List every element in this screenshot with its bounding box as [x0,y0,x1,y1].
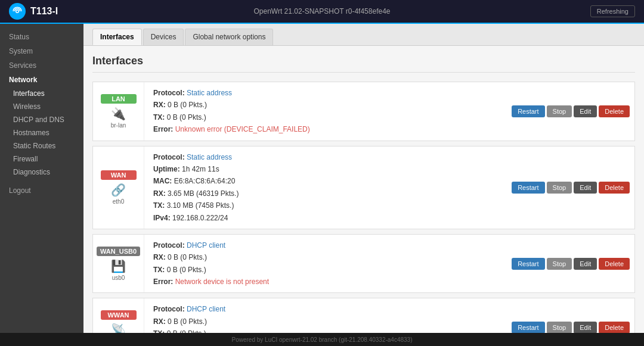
stop-button-lan[interactable]: Stop [547,105,572,117]
tab-bar: Interfaces Devices Global network option… [83,24,644,46]
interface-info-wan: Protocol: Static addressUptime: 1h 42m 1… [144,146,507,229]
firmware-version: OpenWrt 21.02-SNAPSHOT r0-4f458efe4e [253,7,390,15]
restart-button-wan_usb0[interactable]: Restart [512,258,544,270]
sidebar-item-network[interactable]: Network [0,73,83,87]
interface-badge-wan: WAN 🔗 eth0 [93,146,144,229]
sidebar-item-status[interactable]: Status [0,30,83,44]
interface-info-wwan: Protocol: DHCP clientRX: 0 B (0 Pkts.)TX… [144,298,507,333]
device-name-wan: eth0 [113,198,124,205]
edit-button-wan_usb0[interactable]: Edit [574,258,597,270]
stop-button-wan_usb0[interactable]: Stop [547,258,572,270]
interface-badge-wan_usb0: WAN_USB0 💾 usb0 [93,235,144,293]
restart-button-wan[interactable]: Restart [512,182,544,194]
interface-card-wan: WAN 🔗 eth0 Protocol: Static addressUptim… [92,146,635,229]
restart-button-wwan[interactable]: Restart [512,322,544,333]
edit-button-wwan[interactable]: Edit [574,322,597,333]
interface-actions-wan: Restart Stop Edit Delete [507,146,634,229]
device-icon-lan: 🔌 [111,107,126,121]
logo: T113-I [9,3,58,20]
page-title: Interfaces [92,55,635,73]
edit-button-lan[interactable]: Edit [574,105,597,117]
device-name-lan: br-lan [111,122,126,129]
sidebar-item-services[interactable]: Services [0,58,83,73]
page-content: Interfaces LAN 🔌 br-lan Protocol: Static… [83,46,644,333]
sidebar-item-dhcp-dns[interactable]: DHCP and DNS [0,113,83,126]
main-layout: Status System Services Network Interface… [0,24,644,333]
delete-button-lan[interactable]: Delete [599,105,630,117]
delete-button-wan_usb0[interactable]: Delete [599,258,630,270]
app-header: T113-I OpenWrt 21.02-SNAPSHOT r0-4f458ef… [0,0,644,24]
refresh-button[interactable]: Refreshing [590,5,635,17]
interface-card-lan: LAN 🔌 br-lan Protocol: Static addressRX:… [92,82,635,141]
stop-button-wwan[interactable]: Stop [547,322,572,333]
stop-button-wan[interactable]: Stop [547,182,572,194]
sidebar-item-logout[interactable]: Logout [0,183,83,198]
edit-button-wan[interactable]: Edit [574,182,597,194]
sidebar-item-firewall[interactable]: Firewall [0,152,83,166]
device-icon-wwan: 📡 [111,323,126,333]
tab-interfaces[interactable]: Interfaces [92,29,142,45]
interfaces-list: LAN 🔌 br-lan Protocol: Static addressRX:… [92,82,635,333]
tab-global-network-options[interactable]: Global network options [185,29,273,45]
logo-text: T113-I [30,6,58,17]
delete-button-wwan[interactable]: Delete [599,322,630,333]
interface-info-lan: Protocol: Static addressRX: 0 B (0 Pkts.… [144,82,507,141]
interface-actions-lan: Restart Stop Edit Delete [507,82,634,141]
sidebar-item-wireless[interactable]: Wireless [0,100,83,113]
tab-devices[interactable]: Devices [143,29,184,45]
logo-icon [9,3,26,20]
delete-button-wan[interactable]: Delete [599,182,630,194]
device-name-wan_usb0: usb0 [112,275,125,281]
interface-info-wan_usb0: Protocol: DHCP clientRX: 0 B (0 Pkts.)TX… [144,235,507,293]
sidebar-item-hostnames[interactable]: Hostnames [0,126,83,139]
content-area: Interfaces Devices Global network option… [83,24,644,333]
restart-button-lan[interactable]: Restart [512,105,544,117]
sidebar-item-interfaces[interactable]: Interfaces [0,87,83,100]
device-icon-wan_usb0: 💾 [111,259,126,273]
footer-text: Powered by LuCI openwrt-21.02 branch (gi… [232,336,413,343]
interface-actions-wan_usb0: Restart Stop Edit Delete [507,235,634,293]
sidebar-item-diagnostics[interactable]: Diagnostics [0,166,83,179]
sidebar-item-static-routes[interactable]: Static Routes [0,139,83,152]
interface-badge-wwan: WWAN 📡 radio0.network2 [93,298,144,333]
interface-card-wan_usb0: WAN_USB0 💾 usb0 Protocol: DHCP clientRX:… [92,234,635,294]
interface-badge-lan: LAN 🔌 br-lan [93,82,144,141]
interface-actions-wwan: Restart Stop Edit Delete [507,298,634,333]
interface-card-wwan: WWAN 📡 radio0.network2 Protocol: DHCP cl… [92,298,635,333]
sidebar-item-system[interactable]: System [0,44,83,58]
footer: Powered by LuCI openwrt-21.02 branch (gi… [0,333,644,346]
sidebar: Status System Services Network Interface… [0,24,83,333]
svg-point-0 [16,10,19,13]
device-icon-wan: 🔗 [111,183,126,197]
